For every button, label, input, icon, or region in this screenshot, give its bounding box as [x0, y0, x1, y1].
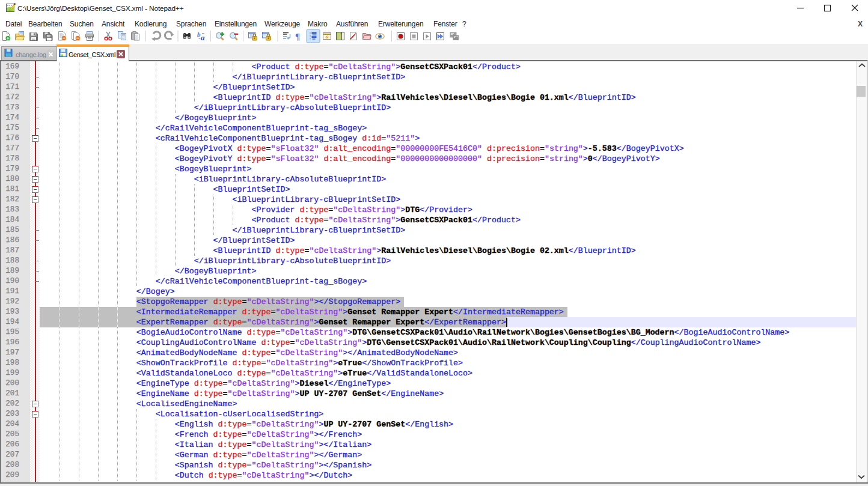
- svg-text:a: a: [201, 33, 205, 42]
- svg-text:¶: ¶: [295, 32, 300, 41]
